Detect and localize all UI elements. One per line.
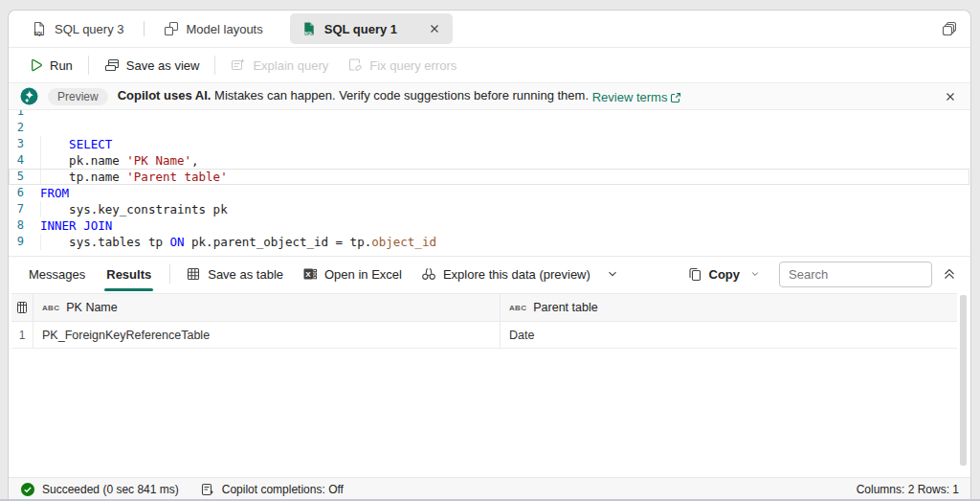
code-line[interactable]: 4 pk.name 'PK Name', bbox=[9, 152, 970, 169]
code-line[interactable]: 1 bbox=[9, 110, 970, 120]
copy-chevron-icon bbox=[748, 267, 762, 281]
code-line[interactable]: 3 SELECT bbox=[9, 136, 970, 152]
indent-guide bbox=[40, 136, 41, 152]
explain-query-button[interactable]: Explain query bbox=[221, 52, 338, 79]
copilot-completions-icon bbox=[200, 482, 215, 497]
open-in-excel-button[interactable]: X Open in Excel bbox=[293, 261, 412, 287]
indent-guide bbox=[40, 201, 41, 217]
sql-file-green-icon: SQL bbox=[301, 21, 317, 36]
external-link-icon bbox=[669, 91, 682, 104]
svg-text:X: X bbox=[305, 270, 311, 279]
code-text: tp.name 'Parent table' bbox=[24, 169, 228, 185]
tab-model-layouts[interactable]: Model layouts bbox=[145, 11, 282, 47]
code-line[interactable]: 8INNER JOIN bbox=[9, 217, 970, 234]
select-all-cell[interactable] bbox=[11, 294, 33, 321]
code-line[interactable]: 7 sys.key_constraints pk bbox=[9, 201, 970, 217]
code-text bbox=[24, 110, 40, 120]
fix-query-errors-button[interactable]: Fix query errors bbox=[338, 52, 466, 79]
code-text: SELECT bbox=[24, 136, 112, 152]
query-status: Succeeded (0 sec 841 ms) bbox=[20, 482, 179, 497]
copilot-completions-status[interactable]: Copilot completions: Off bbox=[200, 482, 344, 497]
search-input[interactable] bbox=[779, 262, 932, 287]
row-number-cell[interactable]: 1 bbox=[11, 322, 33, 348]
banner-bold-text: Copilot uses AI. bbox=[118, 88, 212, 102]
line-number: 2 bbox=[9, 120, 24, 136]
tab-sql-query-3[interactable]: SQL SQL query 3 bbox=[12, 11, 144, 47]
explore-data-button[interactable]: Explore this data (preview) bbox=[412, 261, 600, 287]
play-icon bbox=[28, 57, 43, 73]
indent-guide bbox=[40, 234, 41, 250]
copy-button[interactable]: Copy bbox=[678, 261, 772, 287]
tab-messages[interactable]: Messages bbox=[20, 257, 94, 291]
line-number: 7 bbox=[9, 201, 24, 217]
toolbar-separator bbox=[169, 264, 170, 284]
chevron-down-icon[interactable] bbox=[606, 267, 619, 281]
close-tab-icon[interactable] bbox=[428, 22, 441, 35]
column-type-label: ABC bbox=[42, 304, 59, 312]
code-text: sys.tables tp ON pk.parent_object_id = t… bbox=[24, 234, 436, 250]
code-text: INNER JOIN bbox=[24, 217, 112, 234]
indent-guide bbox=[40, 152, 41, 169]
code-text: pk.name 'PK Name', bbox=[24, 152, 199, 169]
svg-text:SQL: SQL bbox=[33, 31, 43, 36]
results-label: Results bbox=[106, 267, 151, 282]
copy-label: Copy bbox=[709, 267, 741, 282]
tab-sql-query-1[interactable]: SQL SQL query 1 bbox=[290, 13, 453, 44]
column-type-label: ABC bbox=[509, 304, 526, 312]
open-in-excel-label: Open in Excel bbox=[324, 267, 402, 282]
cell-parent-table[interactable]: Date bbox=[501, 322, 957, 348]
binoculars-icon bbox=[421, 266, 436, 282]
column-header-pk-name[interactable]: ABC PK Name bbox=[33, 294, 501, 321]
copilot-completions-text: Copilot completions: Off bbox=[222, 483, 344, 496]
banner-text: Mistakes can happen. Verify code suggest… bbox=[214, 88, 589, 102]
line-number: 8 bbox=[9, 217, 24, 234]
run-button[interactable]: Run bbox=[18, 52, 82, 79]
explore-data-label: Explore this data (preview) bbox=[443, 267, 590, 282]
results-toolbar: Messages Results Save as table X bbox=[9, 257, 970, 291]
columns-rows-count: Columns: 2 Rows: 1 bbox=[857, 483, 959, 496]
code-line[interactable]: 5 tp.name 'Parent table' bbox=[9, 169, 970, 185]
save-as-table-label: Save as table bbox=[208, 267, 283, 282]
app-window: SQL SQL query 3 Model layouts SQL SQL qu… bbox=[8, 10, 971, 501]
column-header-label: Parent table bbox=[533, 301, 597, 314]
line-number: 5 bbox=[9, 169, 24, 185]
results-scrollbar[interactable] bbox=[960, 295, 967, 466]
save-as-table-button[interactable]: Save as table bbox=[176, 261, 293, 287]
sql-file-icon: SQL bbox=[32, 21, 47, 36]
tab-results[interactable]: Results bbox=[98, 257, 160, 291]
table-corner-icon bbox=[15, 301, 29, 314]
fix-errors-icon bbox=[347, 57, 363, 73]
code-line[interactable]: 9 sys.tables tp ON pk.parent_object_id =… bbox=[9, 234, 970, 250]
stacked-windows-icon[interactable] bbox=[942, 21, 957, 36]
sql-code-editor[interactable]: 123 SELECT4 pk.name 'PK Name',5 tp.name … bbox=[9, 110, 970, 256]
code-line[interactable]: 2 bbox=[9, 120, 970, 136]
table-grid-icon bbox=[186, 266, 201, 282]
column-header-label: PK Name bbox=[66, 301, 118, 314]
save-as-view-button[interactable]: Save as view bbox=[95, 52, 210, 79]
collapse-results-icon[interactable] bbox=[940, 264, 959, 284]
preview-badge: Preview bbox=[48, 88, 108, 105]
line-number: 3 bbox=[9, 136, 24, 152]
copy-icon bbox=[687, 266, 702, 282]
save-as-view-label: Save as view bbox=[126, 58, 200, 73]
copilot-logo-icon bbox=[20, 87, 38, 105]
results-grid: ABC PK Name ABC Parent table 1PK_Foreign… bbox=[9, 291, 970, 477]
tab-bar: SQL SQL query 3 Model layouts SQL SQL qu… bbox=[9, 11, 970, 48]
banner-close-icon[interactable] bbox=[942, 88, 959, 105]
table-header-row: ABC PK Name ABC Parent table bbox=[11, 293, 957, 322]
review-terms-label: Review terms bbox=[592, 90, 668, 104]
fix-query-errors-label: Fix query errors bbox=[369, 58, 457, 73]
results-table: ABC PK Name ABC Parent table 1PK_Foreign… bbox=[11, 293, 957, 349]
review-terms-link[interactable]: Review terms bbox=[592, 90, 683, 104]
explain-query-icon bbox=[231, 57, 246, 73]
column-header-parent-table[interactable]: ABC Parent table bbox=[501, 294, 957, 321]
code-line[interactable]: 6FROM bbox=[9, 185, 970, 201]
code-text bbox=[24, 120, 40, 136]
svg-text:SQL: SQL bbox=[304, 31, 313, 35]
code-text: sys.key_constraints pk bbox=[24, 201, 228, 217]
cell-pk-name[interactable]: PK_ForeignKeyReferenceTable bbox=[33, 322, 501, 348]
code-lines: 123 SELECT4 pk.name 'PK Name',5 tp.name … bbox=[9, 110, 970, 250]
tab-label: SQL query 3 bbox=[55, 22, 124, 36]
table-row[interactable]: 1PK_ForeignKeyReferenceTableDate bbox=[11, 322, 957, 349]
results-pane: Messages Results Save as table X bbox=[9, 256, 970, 477]
